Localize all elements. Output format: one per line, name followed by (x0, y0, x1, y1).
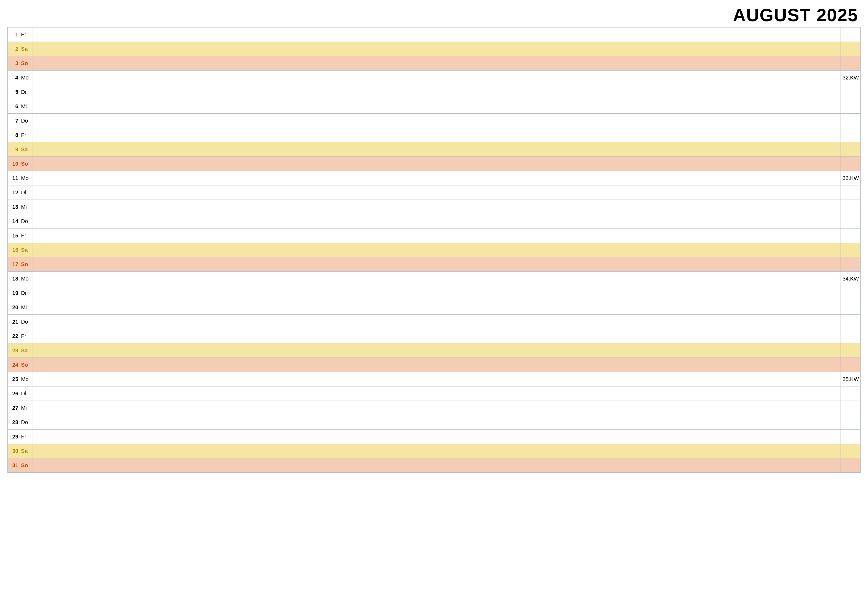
calendar-week (841, 401, 860, 415)
day-name: Fr (20, 329, 33, 344)
day-name: Do (20, 113, 33, 128)
table-row: 24So (8, 358, 860, 372)
calendar-week (841, 214, 860, 229)
calendar-week (841, 286, 860, 300)
calendar-week (841, 387, 860, 401)
table-row: 1Fr (8, 28, 860, 42)
day-number: 10 (8, 157, 20, 171)
day-name: Fr (20, 429, 33, 444)
day-content (33, 458, 841, 473)
day-number: 5 (8, 85, 20, 99)
day-number: 3 (8, 56, 20, 71)
table-row: 16Sa (8, 243, 860, 257)
day-content (33, 429, 841, 444)
day-name: Fr (20, 128, 33, 142)
table-row: 6Mi (8, 99, 860, 113)
calendar-week (841, 42, 860, 56)
day-number: 4 (8, 71, 20, 85)
table-row: 22Fr (8, 329, 860, 344)
day-content (33, 171, 841, 185)
calendar-week (841, 358, 860, 372)
table-row: 29Fr (8, 429, 860, 444)
calendar-week (841, 243, 860, 257)
day-name: So (20, 458, 33, 473)
day-name: Do (20, 315, 33, 329)
day-content (33, 272, 841, 286)
day-content (33, 185, 841, 200)
calendar-week (841, 444, 860, 458)
day-content (33, 142, 841, 157)
day-content (33, 200, 841, 214)
day-name: Sa (20, 142, 33, 157)
day-content (33, 300, 841, 315)
day-number: 6 (8, 99, 20, 113)
day-name: Sa (20, 444, 33, 458)
calendar-week: 33.KW (841, 171, 860, 185)
table-row: 20Mi (8, 300, 860, 315)
table-row: 28Do (8, 415, 860, 429)
calendar-week: 35.KW (841, 372, 860, 387)
day-content (33, 42, 841, 56)
day-content (33, 372, 841, 387)
day-number: 15 (8, 229, 20, 243)
day-content (33, 315, 841, 329)
day-number: 9 (8, 142, 20, 157)
day-content (33, 214, 841, 229)
day-content (33, 99, 841, 113)
table-row: 12Di (8, 185, 860, 200)
day-content (33, 257, 841, 272)
day-number: 30 (8, 444, 20, 458)
day-content (33, 243, 841, 257)
day-number: 27 (8, 401, 20, 415)
day-number: 13 (8, 200, 20, 214)
day-number: 7 (8, 113, 20, 128)
calendar-table: 1Fr2Sa3So4Mo32.KW5Di6Mi7Do8Fr9Sa10So11Mo… (8, 27, 860, 473)
table-row: 31So (8, 458, 860, 473)
day-number: 2 (8, 42, 20, 56)
calendar-week (841, 344, 860, 358)
calendar-week (841, 85, 860, 99)
day-name: Mi (20, 200, 33, 214)
table-row: 14Do (8, 214, 860, 229)
calendar-week (841, 229, 860, 243)
day-name: Di (20, 185, 33, 200)
day-number: 29 (8, 429, 20, 444)
calendar-week (841, 142, 860, 157)
day-content (33, 329, 841, 344)
day-number: 26 (8, 387, 20, 401)
day-name: Do (20, 415, 33, 429)
day-name: Mi (20, 99, 33, 113)
day-name: Sa (20, 42, 33, 56)
table-row: 26Di (8, 387, 860, 401)
day-name: Mi (20, 300, 33, 315)
day-content (33, 128, 841, 142)
table-row: 2Sa (8, 42, 860, 56)
day-content (33, 415, 841, 429)
day-number: 14 (8, 214, 20, 229)
day-name: Fr (20, 28, 33, 42)
table-row: 13Mi (8, 200, 860, 214)
day-content (33, 56, 841, 71)
calendar-week (841, 128, 860, 142)
table-row: 5Di (8, 85, 860, 99)
day-content (33, 229, 841, 243)
day-content (33, 157, 841, 171)
calendar-week (841, 113, 860, 128)
day-name: Do (20, 214, 33, 229)
day-name: Sa (20, 243, 33, 257)
table-row: 21Do (8, 315, 860, 329)
calendar-week (841, 315, 860, 329)
day-name: So (20, 358, 33, 372)
day-number: 20 (8, 300, 20, 315)
day-number: 24 (8, 358, 20, 372)
day-content (33, 387, 841, 401)
calendar-week (841, 99, 860, 113)
day-name: So (20, 257, 33, 272)
day-number: 12 (8, 185, 20, 200)
day-name: Mo (20, 272, 33, 286)
day-number: 1 (8, 28, 20, 42)
calendar-week (841, 56, 860, 71)
calendar-week (841, 257, 860, 272)
day-number: 8 (8, 128, 20, 142)
day-content (33, 85, 841, 99)
